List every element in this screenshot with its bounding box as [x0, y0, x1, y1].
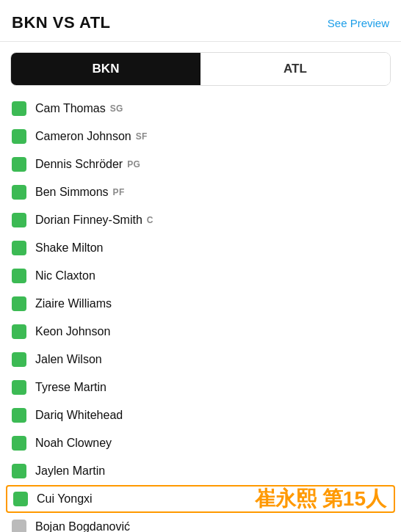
player-name: Ben Simmons: [35, 186, 109, 199]
status-indicator: [12, 520, 26, 532]
player-name: Ziaire Williams: [35, 297, 112, 310]
status-indicator: [12, 324, 26, 339]
player-name: Keon Johnson: [35, 325, 110, 338]
player-name: Cui Yongxi: [37, 492, 93, 506]
player-position: PF: [113, 187, 125, 197]
team-tab-bar: BKN ATL: [10, 52, 391, 86]
player-row[interactable]: Dariq Whitehead: [0, 401, 401, 429]
player-row[interactable]: Cui Yongxi崔永熙 第15人: [6, 485, 395, 513]
player-name: Bojan Bogdanović: [35, 520, 130, 532]
status-indicator: [12, 436, 26, 451]
player-row[interactable]: Jaylen Martin: [0, 457, 401, 485]
page-title: BKN VS ATL: [12, 13, 111, 32]
player-name: Tyrese Martin: [35, 381, 106, 394]
player-row[interactable]: Dennis SchröderPG: [0, 150, 401, 178]
player-position: PG: [127, 159, 140, 170]
player-name: Dariq Whitehead: [35, 409, 123, 422]
player-name: Cam Thomas: [35, 102, 106, 115]
overlay-label: 崔永熙 第15人: [255, 485, 386, 513]
status-indicator: [12, 185, 26, 200]
player-row[interactable]: Cam ThomasSG: [0, 95, 401, 123]
page-header: BKN VS ATL See Preview: [0, 0, 401, 42]
player-name: Nic Claxton: [35, 269, 95, 283]
player-row[interactable]: Tyrese Martin: [0, 374, 401, 401]
status-indicator: [12, 408, 26, 423]
player-name: Cameron Johnson: [35, 130, 131, 143]
player-row[interactable]: Ziaire Williams: [0, 290, 401, 318]
player-name: Shake Milton: [35, 241, 104, 255]
status-indicator: [12, 129, 26, 144]
status-indicator: [12, 296, 26, 311]
player-row[interactable]: Dorian Finney-SmithC: [0, 206, 401, 234]
see-preview-link[interactable]: See Preview: [328, 17, 389, 29]
status-indicator: [12, 241, 26, 255]
player-name: Jaylen Martin: [35, 464, 105, 478]
player-row[interactable]: Shake Milton: [0, 234, 401, 262]
player-row[interactable]: Noah Clowney: [0, 429, 401, 457]
status-indicator: [12, 213, 26, 227]
player-list: Cam ThomasSGCameron JohnsonSFDennis Schr…: [0, 90, 401, 532]
player-name: Noah Clowney: [35, 437, 112, 450]
player-name: Dorian Finney-Smith: [35, 214, 142, 227]
player-position: SF: [136, 131, 148, 142]
status-indicator: [12, 269, 26, 283]
status-indicator: [12, 380, 26, 395]
player-row[interactable]: Keon Johnson: [0, 318, 401, 346]
status-indicator: [12, 157, 26, 172]
player-row[interactable]: Ben SimmonsPF: [0, 178, 401, 206]
player-name: Jalen Wilson: [35, 353, 102, 366]
player-row[interactable]: Nic Claxton: [0, 262, 401, 290]
player-row[interactable]: Jalen Wilson: [0, 346, 401, 374]
tab-atl[interactable]: ATL: [201, 53, 390, 85]
player-position: C: [147, 215, 153, 225]
status-indicator: [13, 492, 28, 506]
player-name: Dennis Schröder: [35, 158, 123, 171]
status-indicator: [12, 464, 26, 478]
status-indicator: [12, 101, 26, 116]
status-indicator: [12, 352, 26, 367]
player-row[interactable]: Bojan Bogdanović: [0, 513, 401, 532]
player-row[interactable]: Cameron JohnsonSF: [0, 123, 401, 150]
tab-bkn[interactable]: BKN: [11, 53, 201, 85]
player-position: SG: [110, 103, 123, 114]
